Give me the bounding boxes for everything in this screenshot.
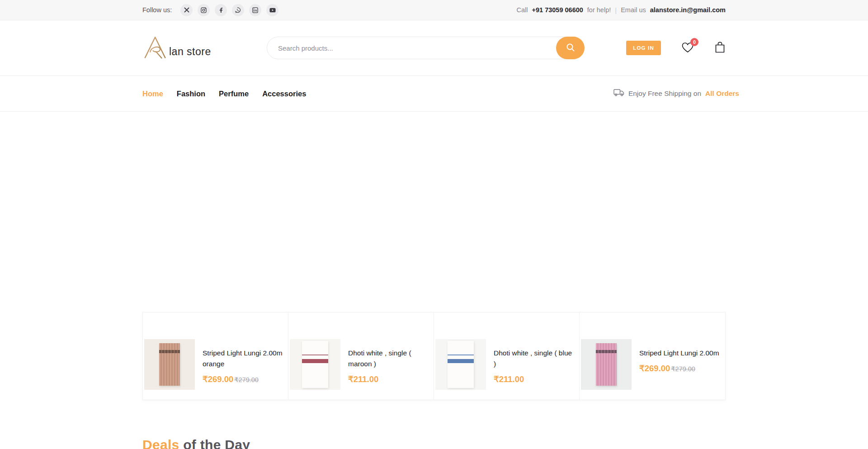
heading-highlight: Deals xyxy=(142,437,179,449)
x-icon[interactable] xyxy=(180,4,193,16)
cart-button[interactable] xyxy=(714,41,726,55)
product-price: ₹269.00 xyxy=(203,374,233,384)
product-old-price: ₹279.00 xyxy=(234,376,259,383)
product-price: ₹211.00 xyxy=(348,374,378,384)
store-logo[interactable]: lan store xyxy=(142,35,267,61)
product-image[interactable] xyxy=(144,339,195,390)
search-button[interactable] xyxy=(556,37,585,59)
login-button[interactable]: LOG IN xyxy=(626,41,661,55)
product-info: Dhoti white , single ( maroon ) ₹211.00 xyxy=(348,339,429,384)
shipping-text: Enjoy Free Shipping on xyxy=(628,90,701,98)
facebook-icon[interactable] xyxy=(215,4,227,16)
shopping-bag-icon xyxy=(714,48,726,55)
nav-links: Home Fashion Perfume Accessories xyxy=(142,90,306,98)
product-info: Striped Light Lungi 2.00m ₹269.00 ₹279.0… xyxy=(639,339,719,373)
product-info: Dhoti white , single ( blue ) ₹211.00 xyxy=(494,339,575,384)
nav-item-fashion[interactable]: Fashion xyxy=(177,90,205,98)
social-follow-group: Follow us: xyxy=(142,4,278,16)
heart-icon xyxy=(681,48,694,55)
product-card[interactable]: Dhoti white , single ( maroon ) ₹211.00 xyxy=(288,312,434,400)
search-input[interactable] xyxy=(267,37,584,59)
call-suffix-label: for help! xyxy=(587,6,611,14)
search-icon xyxy=(566,43,575,53)
product-image[interactable] xyxy=(290,339,340,390)
email-link[interactable]: alanstore.in@gmail.com xyxy=(650,6,726,14)
topbar: Follow us: Call +91 73059 06600 fo xyxy=(0,0,868,20)
truck-icon xyxy=(613,89,624,99)
free-shipping-note: Enjoy Free Shipping on All Orders xyxy=(613,89,739,99)
topbar-contact-group: Call +91 73059 06600 for help! | Email u… xyxy=(517,6,726,14)
youtube-icon[interactable] xyxy=(266,4,278,16)
product-info: Striped Light Lungi 2.00m orange ₹269.00… xyxy=(203,339,284,384)
product-title-link[interactable]: Dhoti white , single ( blue ) xyxy=(494,348,575,369)
product-title-link[interactable]: Dhoti white , single ( maroon ) xyxy=(348,348,429,369)
product-old-price: ₹279.00 xyxy=(671,365,695,373)
main-nav: Home Fashion Perfume Accessories Enjoy F… xyxy=(0,76,868,112)
logo-A-monogram-icon xyxy=(142,35,169,61)
follow-us-label: Follow us: xyxy=(142,6,172,14)
topbar-divider: | xyxy=(615,6,617,14)
product-card[interactable]: Striped Light Lungi 2.00m ₹269.00 ₹279.0… xyxy=(580,312,725,400)
logo-text: lan store xyxy=(169,46,211,58)
deals-of-the-day-heading: Deals of the Day xyxy=(142,437,726,449)
nav-item-perfume[interactable]: Perfume xyxy=(219,90,249,98)
product-card[interactable]: Dhoti white , single ( blue ) ₹211.00 xyxy=(434,312,580,400)
product-card[interactable]: Striped Light Lungi 2.00m orange ₹269.00… xyxy=(143,312,288,400)
hero-slider-region xyxy=(0,112,868,312)
whatsapp-icon[interactable] xyxy=(232,4,244,16)
header-actions: LOG IN 0 xyxy=(626,41,726,55)
shipping-highlight: All Orders xyxy=(705,90,739,98)
product-price: ₹269.00 xyxy=(639,364,670,373)
nav-item-home[interactable]: Home xyxy=(142,90,163,98)
product-image[interactable] xyxy=(581,339,632,390)
product-image[interactable] xyxy=(435,339,486,390)
wishlist-count-badge: 0 xyxy=(690,38,698,46)
phone-link[interactable]: +91 73059 06600 xyxy=(532,6,583,14)
linkedin-icon[interactable] xyxy=(249,4,261,16)
product-title-link[interactable]: Striped Light Lungi 2.00m xyxy=(639,348,719,359)
product-title-link[interactable]: Striped Light Lungi 2.00m orange xyxy=(203,348,284,369)
site-header: lan store LOG IN 0 xyxy=(0,20,868,76)
featured-products-strip: Striped Light Lungi 2.00m orange ₹269.00… xyxy=(142,312,726,400)
email-prefix-label: Email us xyxy=(621,6,646,14)
nav-item-accessories[interactable]: Accessories xyxy=(262,90,306,98)
instagram-icon[interactable] xyxy=(198,4,210,16)
wishlist-button[interactable]: 0 xyxy=(681,42,694,55)
search-form xyxy=(267,37,584,59)
product-price: ₹211.00 xyxy=(494,374,524,384)
call-prefix-label: Call xyxy=(517,6,528,14)
heading-rest: of the Day xyxy=(179,437,250,449)
